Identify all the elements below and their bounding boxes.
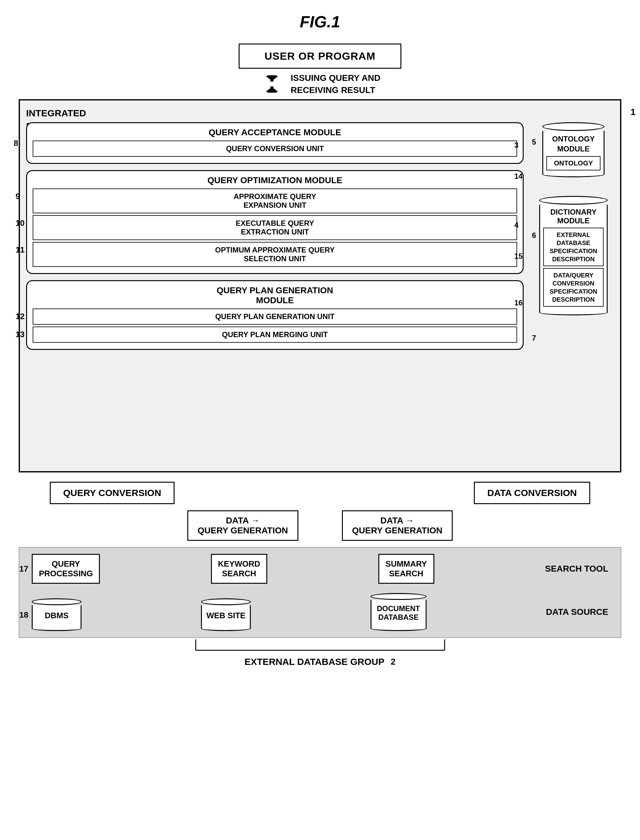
query-processing-item: 17 QUERYPROCESSING bbox=[32, 554, 100, 584]
search-tools-row: 17 QUERYPROCESSING KEYWORDSEARCH SUMMARY… bbox=[32, 554, 608, 584]
data-sources-row: 18 DBMS WEB SITE bbox=[32, 593, 608, 631]
keyword-search-box: KEYWORDSEARCH bbox=[211, 554, 267, 584]
dbms-bottom bbox=[32, 626, 82, 631]
query-conversion-unit: QUERY CONVERSION UNIT bbox=[33, 141, 517, 157]
docdb-mid: DOCUMENTDATABASE bbox=[371, 600, 427, 626]
ref-11: 11 bbox=[16, 245, 25, 255]
ref-7: 7 bbox=[532, 334, 536, 342]
ref-3: 3 bbox=[514, 141, 518, 150]
user-label: USER OR PROGRAM bbox=[238, 43, 402, 69]
website-item: WEB SITE bbox=[201, 598, 251, 631]
query-plan-merging-unit: QUERY PLAN MERGING UNIT bbox=[33, 327, 517, 343]
page-container: FIG.1 USER OR PROGRAM ISSUING QUERY ANDR… bbox=[0, 0, 640, 667]
dictionary-module: 4 15 16 DICTIONARYMODULE EXTERNALDATABAS… bbox=[533, 196, 614, 315]
ref-17: 17 bbox=[19, 564, 28, 574]
website-top bbox=[201, 598, 251, 605]
dict-sub-2: DATA/QUERYCONVERSIONSPECIFICATIONDESCRIP… bbox=[543, 268, 603, 307]
dict-cyl-bottom bbox=[539, 310, 608, 315]
query-plan-module: QUERY PLAN GENERATIONMODULE 12 QUERY PLA… bbox=[26, 280, 524, 350]
ref-14: 14 bbox=[514, 172, 523, 181]
ref-2: 2 bbox=[391, 657, 396, 667]
docdb-top bbox=[371, 593, 427, 600]
conversion-row: QUERY CONVERSION DATA CONVERSION bbox=[19, 482, 621, 504]
dbms-top bbox=[32, 598, 82, 605]
executable-query-extraction: EXECUTABLE QUERYEXTRACTION UNIT bbox=[33, 215, 517, 240]
page-title: FIG.1 bbox=[0, 0, 640, 37]
query-gen-left: DATA →QUERY GENERATION bbox=[187, 510, 298, 541]
external-db-label: EXTERNAL DATABASE GROUP bbox=[245, 656, 384, 667]
arrow-label: ISSUING QUERY ANDRECEIVING RESULT bbox=[291, 72, 380, 96]
query-gen-row: DATA →QUERY GENERATION DATA →QUERY GENER… bbox=[19, 510, 621, 541]
query-processing-box: QUERYPROCESSING bbox=[32, 554, 100, 584]
svg-rect-1 bbox=[270, 75, 274, 81]
ref-6: 6 bbox=[532, 231, 536, 240]
ontology-cyl-bottom bbox=[542, 172, 605, 177]
right-modules: 3 14 ONTOLOGYMODULE ONTOLOGY 4 bbox=[533, 122, 614, 356]
dbms-mid: DBMS bbox=[32, 605, 82, 626]
dict-sub-1: EXTERNALDATABASESPECIFICATIONDESCRIPTION bbox=[543, 228, 603, 266]
ontology-title: ONTOLOGYMODULE bbox=[546, 134, 600, 153]
dict-cyl-body: DICTIONARYMODULE EXTERNALDATABASESPECIFI… bbox=[539, 204, 608, 310]
ontology-module: 3 14 ONTOLOGYMODULE ONTOLOGY bbox=[533, 122, 614, 177]
query-gen-right: DATA →QUERY GENERATION bbox=[342, 510, 453, 541]
ref-1: 1 bbox=[630, 107, 636, 117]
dict-title: DICTIONARYMODULE bbox=[543, 208, 603, 225]
docdb-bottom bbox=[371, 626, 427, 631]
ref-9: 9 bbox=[16, 192, 20, 201]
query-plan-generation-unit: QUERY PLAN GENERATION UNIT bbox=[33, 308, 517, 325]
query-conversion-box: QUERY CONVERSION bbox=[50, 482, 174, 504]
ref-18: 18 bbox=[19, 610, 28, 620]
external-db-group: EXTERNAL DATABASE GROUP 2 bbox=[19, 638, 621, 667]
bottom-section: QUERY CONVERSION DATA CONVERSION DATA →Q… bbox=[19, 482, 621, 667]
dict-cyl-top bbox=[539, 196, 608, 204]
ref-12: 12 bbox=[16, 311, 25, 321]
query-optimization-title: QUERY OPTIMIZATION MODULE bbox=[33, 176, 517, 185]
dbms-item: 18 DBMS bbox=[32, 598, 82, 631]
query-acceptance-module: QUERY ACCEPTANCE MODULE QUERY CONVERSION… bbox=[26, 122, 524, 164]
website-mid: WEB SITE bbox=[201, 605, 251, 626]
query-plan-title: QUERY PLAN GENERATIONMODULE bbox=[33, 286, 517, 305]
ref-13: 13 bbox=[16, 330, 25, 339]
modules-column: 8 QUERY ACCEPTANCE MODULE QUERY CONVERSI… bbox=[26, 122, 524, 356]
approx-query-expansion: APPROXIMATE QUERYEXPANSION UNIT bbox=[33, 188, 517, 213]
website-bottom bbox=[201, 626, 251, 631]
svg-rect-3 bbox=[270, 86, 274, 93]
optimum-approx-query-selection: OPTIMUM APPROXIMATE QUERYSELECTION UNIT bbox=[33, 242, 517, 267]
ontology-cyl-body: ONTOLOGYMODULE ONTOLOGY bbox=[542, 131, 605, 171]
data-source-label: DATA SOURCE bbox=[546, 607, 608, 617]
summary-search-box: SUMMARYSEARCH bbox=[378, 554, 434, 584]
ref-8: 8 bbox=[14, 138, 18, 148]
search-tools-area: 17 QUERYPROCESSING KEYWORDSEARCH SUMMARY… bbox=[19, 547, 621, 638]
bidirectional-arrow-icon bbox=[259, 75, 284, 93]
user-box: USER OR PROGRAM bbox=[0, 43, 640, 69]
ref-10: 10 bbox=[16, 218, 25, 228]
ref-16: 16 bbox=[514, 299, 523, 307]
document-db-item: DOCUMENTDATABASE bbox=[371, 593, 427, 631]
data-conversion-box: DATA CONVERSION bbox=[474, 482, 590, 504]
ontology-sub: ONTOLOGY bbox=[546, 156, 600, 171]
ontology-cyl-top bbox=[542, 122, 605, 131]
ref-5: 5 bbox=[532, 138, 536, 147]
integrated-system-box: INTEGRATEDDATA SYSTEM 1 8 QUERY ACCEPTAN… bbox=[19, 99, 621, 473]
query-optimization-module: QUERY OPTIMIZATION MODULE 9 APPROXIMATE … bbox=[26, 170, 524, 274]
search-tool-label: SEARCH TOOL bbox=[545, 564, 608, 574]
ref-4: 4 bbox=[514, 221, 518, 230]
ref-15: 15 bbox=[514, 252, 523, 260]
query-acceptance-title: QUERY ACCEPTANCE MODULE bbox=[33, 128, 517, 137]
